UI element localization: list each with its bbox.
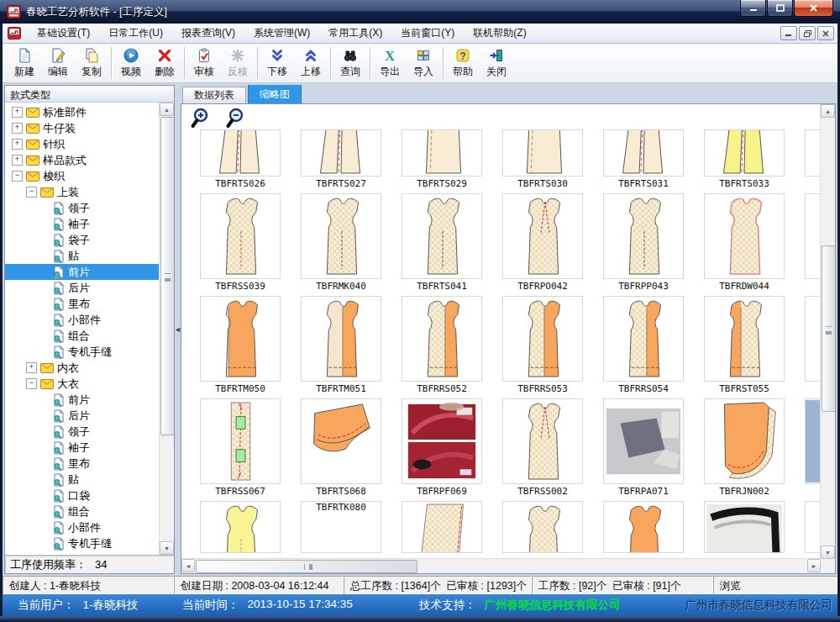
tree-item[interactable]: 里布 — [5, 456, 159, 472]
tree-item[interactable]: −梭织 — [5, 168, 159, 184]
pattern-thumbnail[interactable] — [805, 129, 821, 177]
tree-item[interactable]: +标准部件 — [5, 104, 159, 120]
pattern-thumbnail[interactable] — [502, 398, 583, 484]
pattern-cell[interactable] — [502, 501, 583, 553]
pattern-cell[interactable] — [805, 129, 821, 192]
menu-item-3[interactable]: 系统管理(W) — [244, 23, 319, 44]
pattern-thumbnail[interactable] — [402, 296, 482, 382]
grid-vscrollbar-thumb[interactable] — [822, 245, 836, 412]
tree-item[interactable]: 组合 — [5, 503, 159, 519]
pattern-cell[interactable] — [603, 501, 684, 553]
pattern-cell[interactable]: TBFRTS033 — [704, 129, 785, 192]
toolbar-button-export[interactable]: X导出 — [373, 45, 407, 82]
pattern-cell[interactable] — [200, 501, 281, 553]
tree-item[interactable]: 小部件 — [5, 312, 159, 328]
pattern-thumbnail[interactable] — [402, 193, 482, 279]
pattern-cell[interactable]: TBFRPO042 — [502, 193, 583, 294]
tree-item[interactable]: −大衣 — [5, 376, 159, 392]
expand-icon[interactable]: + — [12, 155, 23, 166]
tree-item[interactable]: 领子 — [5, 424, 159, 440]
toolbar-button-copy[interactable]: 复制 — [75, 45, 108, 82]
pattern-cell[interactable]: TBFRRS054 — [603, 296, 684, 397]
pattern-cell[interactable]: TBFRTS027 — [301, 129, 381, 192]
expand-icon[interactable]: + — [12, 107, 23, 118]
toolbar-button-video[interactable]: 视频 — [114, 45, 148, 82]
toolbar-button-search[interactable]: 查询 — [333, 45, 367, 82]
pattern-cell[interactable]: TBFRRS053 — [502, 296, 583, 397]
pattern-cell[interactable] — [402, 501, 482, 553]
pattern-thumbnail[interactable] — [402, 501, 482, 553]
grid-scroll-up-icon[interactable]: ▲ — [821, 104, 835, 118]
toolbar-button-new[interactable]: 新建 — [8, 45, 41, 82]
collapse-icon[interactable]: − — [26, 378, 37, 389]
pattern-thumbnail[interactable] — [402, 398, 482, 484]
tree-item[interactable]: 组合 — [5, 328, 159, 344]
pattern-cell[interactable]: TBFRTS068 — [301, 398, 381, 499]
pattern-cell[interactable] — [805, 501, 821, 553]
pattern-thumbnail[interactable] — [502, 296, 583, 382]
collapse-icon[interactable]: − — [26, 187, 37, 198]
pattern-cell[interactable]: TBFRSS067 — [200, 398, 281, 499]
pattern-thumbnail[interactable] — [603, 193, 684, 279]
pattern-cell[interactable]: TBFRST055 — [704, 296, 785, 397]
pattern-thumbnail[interactable] — [805, 398, 821, 484]
pattern-thumbnail[interactable] — [805, 296, 821, 382]
pattern-cell[interactable]: TBFRMK040 — [301, 193, 381, 294]
tree-scroll-up-icon[interactable]: ▲ — [160, 103, 174, 116]
pattern-cell[interactable]: TBFRTS041 — [402, 193, 482, 294]
mdi-minimize-button[interactable] — [780, 26, 797, 40]
tree-scrollbar[interactable]: ▲ ▼ — [159, 103, 174, 555]
pattern-cell[interactable]: TBFRTS026 — [200, 129, 281, 192]
grid-scroll-left-icon[interactable]: ◄ — [181, 559, 195, 572]
menu-item-5[interactable]: 当前窗口(Y) — [391, 23, 464, 44]
mdi-close-button[interactable] — [817, 26, 834, 40]
pattern-thumbnail[interactable] — [805, 501, 821, 553]
grid-scroll-down-icon[interactable]: ▼ — [821, 546, 835, 559]
pattern-thumbnail[interactable] — [301, 129, 381, 177]
tab-thumbnail[interactable]: 缩略图 — [248, 85, 302, 103]
tree-item[interactable]: 领子 — [5, 200, 159, 216]
toolbar-button-import[interactable]: 导入 — [407, 45, 440, 82]
pattern-cell[interactable]: TBFRDW044 — [704, 193, 785, 294]
toolbar-button-edit[interactable]: 编辑 — [41, 45, 75, 82]
pattern-thumbnail[interactable] — [502, 193, 583, 279]
zoom-in-button[interactable] — [190, 108, 212, 131]
mdi-restore-button[interactable] — [799, 26, 816, 40]
collapse-icon[interactable]: − — [12, 171, 23, 182]
grid-scroll-right-icon[interactable]: ► — [807, 559, 821, 572]
tree-item[interactable]: 前片 — [5, 392, 159, 408]
toolbar-button-delete[interactable]: 删除 — [148, 45, 181, 82]
pattern-thumbnail[interactable] — [200, 501, 281, 553]
tree-item[interactable]: 贴 — [5, 248, 159, 264]
menu-item-6[interactable]: 联机帮助(Z) — [464, 23, 535, 44]
tree-item-selected[interactable]: 前片 — [5, 264, 159, 280]
tree-item[interactable]: 小部件 — [5, 519, 159, 535]
menu-item-0[interactable]: 基础设置(T) — [28, 23, 99, 44]
tree-item[interactable]: 后片 — [5, 280, 159, 296]
tree-item[interactable]: +样品款式 — [5, 152, 159, 168]
pattern-thumbnail[interactable] — [805, 193, 821, 279]
tree-item[interactable]: +内衣 — [5, 360, 159, 376]
pattern-thumbnail[interactable] — [603, 296, 684, 382]
pattern-thumbnail[interactable] — [301, 296, 381, 382]
pattern-thumbnail[interactable] — [704, 501, 785, 553]
tree-scroll-down-icon[interactable]: ▼ — [160, 541, 174, 555]
expand-icon[interactable]: + — [26, 362, 37, 373]
tree-item[interactable]: 贴 — [5, 472, 159, 488]
menu-item-2[interactable]: 报表查询(V) — [172, 23, 244, 44]
tree-item[interactable]: 袋子 — [5, 232, 159, 248]
pattern-cell[interactable]: TBFRTS030 — [502, 129, 583, 192]
tree-item[interactable]: 袖子 — [5, 216, 159, 232]
pattern-cell[interactable]: TBFRTS031 — [603, 129, 684, 192]
pattern-thumbnail[interactable] — [502, 129, 583, 177]
pattern-thumbnail[interactable] — [200, 398, 281, 484]
pattern-thumbnail[interactable] — [200, 129, 281, 177]
pattern-cell[interactable]: TBFRTK080TBFRTK080 — [301, 501, 381, 553]
pattern-thumbnail[interactable] — [200, 296, 281, 382]
maximize-button[interactable] — [767, 0, 793, 17]
expand-icon[interactable]: + — [12, 123, 23, 134]
pattern-thumbnail[interactable] — [603, 501, 684, 553]
pattern-cell[interactable]: TBFRRS052 — [402, 296, 482, 397]
panel-splitter[interactable]: ◄ — [175, 85, 181, 574]
tree-item[interactable]: 口袋 — [5, 488, 159, 503]
